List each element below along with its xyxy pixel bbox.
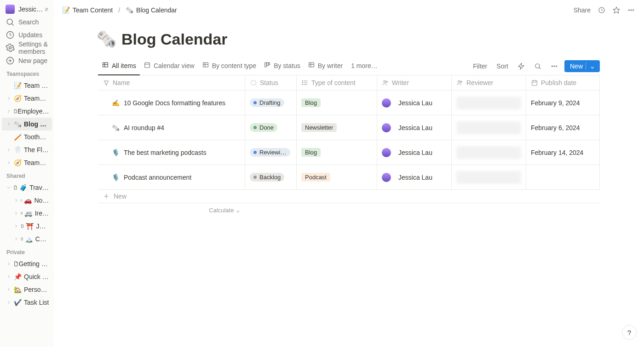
new-entry-button[interactable]: New ⌄: [564, 60, 600, 72]
page-emoji[interactable]: 🗞️: [96, 29, 117, 49]
col-publish[interactable]: Publish date: [526, 75, 600, 91]
reviewer-cell[interactable]: [452, 115, 526, 140]
chevron-down-icon[interactable]: [5, 183, 13, 192]
writer-cell[interactable]: Jessica Lau: [377, 165, 452, 190]
writer-cell[interactable]: Jessica Lau: [377, 140, 452, 165]
name-cell[interactable]: 🎙️Podcast announcement: [98, 165, 245, 190]
chevron-right-icon[interactable]: [5, 81, 13, 90]
sidebar-item[interactable]: 🗞️Blog Calendar: [2, 118, 52, 131]
chevron-right-icon[interactable]: [5, 298, 13, 307]
publish-cell[interactable]: February 14, 2024: [526, 140, 600, 165]
view-tab[interactable]: By content type: [198, 57, 260, 75]
db-more-button[interactable]: [548, 61, 561, 72]
type-cell[interactable]: Blog: [297, 91, 377, 115]
sidebar-item[interactable]: 🏡Personal Home: [2, 283, 52, 296]
writer-cell[interactable]: Jessica Lau: [377, 115, 452, 140]
chevron-right-icon[interactable]: [12, 209, 20, 217]
breadcrumb-label: Blog Calendar: [136, 6, 177, 14]
chevron-right-icon[interactable]: [5, 273, 13, 281]
chevron-right-icon[interactable]: [5, 133, 13, 141]
publish-cell[interactable]: February 9, 2024: [526, 91, 600, 115]
col-name[interactable]: Name: [98, 75, 245, 91]
view-tab[interactable]: All items: [98, 57, 140, 75]
sidebar-item[interactable]: 🚗Northern Ireland ro…: [2, 194, 52, 207]
svg-point-37: [302, 82, 303, 83]
chevron-right-icon[interactable]: [5, 146, 13, 154]
sidebar-item[interactable]: 🪥Toothbrush HQ: [2, 131, 52, 143]
sidebar-item[interactable]: Employee Directory: [2, 105, 52, 118]
sidebar-item-travel-plans[interactable]: 🧳Travel plans: [2, 181, 52, 194]
item-label: Travel plans: [29, 184, 49, 191]
col-writer[interactable]: Writer: [377, 75, 452, 91]
share-button[interactable]: Share: [570, 5, 594, 16]
search-db-button[interactable]: [531, 61, 544, 72]
chevron-right-icon[interactable]: [5, 120, 13, 128]
type-cell[interactable]: Podcast: [297, 165, 377, 190]
sidebar-item[interactable]: 📝Team Content: [2, 79, 52, 92]
reviewer-cell[interactable]: [452, 91, 526, 115]
nav-search[interactable]: Search: [2, 16, 52, 28]
chevron-right-icon[interactable]: [5, 107, 13, 115]
status-cell[interactable]: Reviewi…: [245, 140, 297, 165]
filter-button[interactable]: Filter: [470, 61, 490, 72]
sidebar-item[interactable]: 📌Quick Note: [2, 270, 52, 283]
sidebar-item[interactable]: ⛩️Japan trip: [2, 220, 52, 233]
chevron-right-icon[interactable]: [5, 94, 13, 102]
sidebar-item[interactable]: 🏔️Colorado trip: [2, 233, 52, 245]
workspace-switcher[interactable]: Jessica Lau's N… ⇵: [2, 3, 52, 16]
plus-circle-icon: [6, 56, 15, 65]
item-label: Team Content: [24, 82, 49, 89]
view-tab[interactable]: Calendar view: [140, 57, 198, 75]
sidebar-item[interactable]: 🦷The Floss Hub: [2, 143, 52, 156]
help-button[interactable]: ?: [622, 325, 637, 340]
status-cell[interactable]: Drafting: [245, 91, 297, 115]
col-type[interactable]: Type of content: [297, 75, 377, 91]
sort-button[interactable]: Sort: [494, 61, 511, 72]
table-icon: [102, 61, 109, 70]
svg-marker-26: [518, 63, 524, 69]
nav-settings[interactable]: Settings & members: [2, 41, 52, 54]
automations-button[interactable]: [515, 61, 528, 72]
writer-cell[interactable]: Jessica Lau: [377, 91, 452, 115]
more-button[interactable]: [624, 5, 638, 16]
publish-cell[interactable]: February 6, 2024: [526, 115, 600, 140]
type-cell[interactable]: Newsletter: [297, 115, 377, 140]
item-label: Northern Ireland ro…: [34, 197, 49, 204]
status-cell[interactable]: Backlog: [245, 165, 297, 190]
nav-updates[interactable]: Updates: [2, 28, 52, 41]
nav-new-page[interactable]: New page: [2, 54, 52, 67]
status-cell[interactable]: Done: [245, 115, 297, 140]
publish-cell[interactable]: [526, 165, 600, 190]
writer-avatar: [382, 148, 391, 157]
history-button[interactable]: [594, 5, 609, 16]
name-cell[interactable]: ✍️10 Google Docs formatting features: [98, 91, 245, 115]
view-tab[interactable]: By status: [260, 57, 304, 75]
chevron-right-icon[interactable]: [5, 159, 13, 167]
reviewer-cell[interactable]: [452, 165, 526, 190]
chevron-right-icon[interactable]: [5, 285, 13, 294]
add-row-button[interactable]: New: [98, 190, 600, 203]
sidebar-item[interactable]: 🚐Ireland road trip: [2, 207, 52, 220]
sidebar-item[interactable]: 🧭Teamspace Home: [2, 92, 52, 105]
breadcrumb-team-content[interactable]: 📝 Team Content: [59, 5, 115, 16]
chevron-right-icon[interactable]: [12, 222, 20, 230]
name-cell[interactable]: 🎙️The best marketing podcasts: [98, 140, 245, 165]
calculate-button[interactable]: Calculate ⌄: [98, 203, 245, 217]
views-more[interactable]: 1 more…: [347, 57, 381, 75]
sidebar-item[interactable]: 🧭Teamspace Home: [2, 156, 52, 169]
col-status[interactable]: Status: [245, 75, 297, 91]
favorite-button[interactable]: [609, 5, 624, 16]
breadcrumb-blog-calendar[interactable]: 🗞️ Blog Calendar: [123, 5, 180, 16]
reviewer-cell[interactable]: [452, 140, 526, 165]
name-cell[interactable]: 🗞️AI roundup #4: [98, 115, 245, 140]
page-title[interactable]: Blog Calendar: [121, 30, 227, 48]
chevron-right-icon[interactable]: [12, 235, 20, 243]
chevron-right-icon[interactable]: [5, 260, 13, 268]
chevron-right-icon[interactable]: [12, 196, 20, 205]
sidebar-item[interactable]: Getting Started: [2, 257, 52, 270]
type-cell[interactable]: Blog: [297, 140, 377, 165]
sidebar-item[interactable]: ✔️Task List: [2, 296, 52, 309]
col-reviewer[interactable]: Reviewer: [452, 75, 526, 91]
view-tab[interactable]: By writer: [304, 57, 346, 75]
clock-icon: [6, 30, 15, 40]
